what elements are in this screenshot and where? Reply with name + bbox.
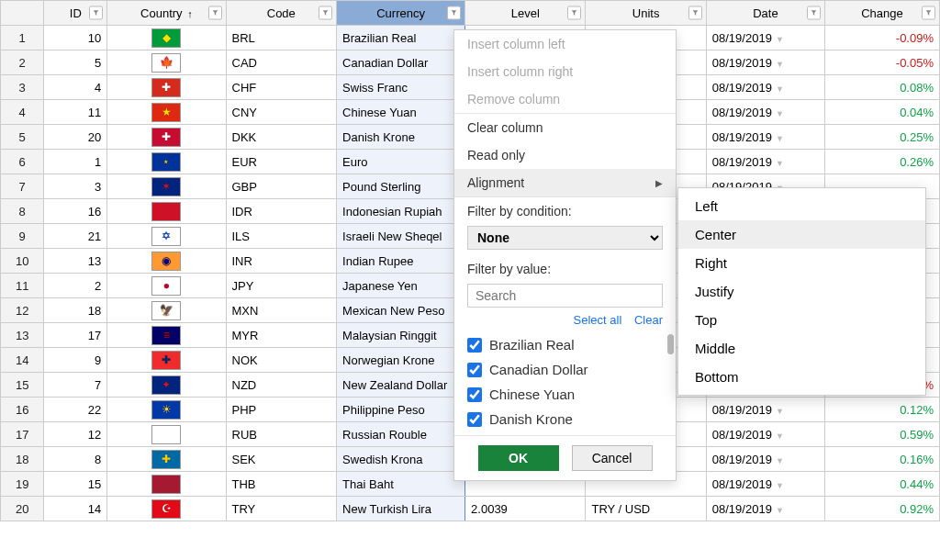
cell-change[interactable]: 0.12% (825, 398, 940, 422)
cell-date[interactable]: 08/19/2019▼ (706, 472, 824, 497)
cell-code[interactable]: RUB (226, 422, 337, 447)
cell-country[interactable]: ✚ (107, 447, 226, 472)
row-number-header[interactable]: 15 (1, 373, 44, 398)
row-number-header[interactable]: 13 (1, 323, 44, 348)
cell-country[interactable]: ◉ (107, 249, 226, 274)
cell-change[interactable]: 0.04% (825, 100, 940, 125)
header-units[interactable]: Units (586, 1, 706, 26)
cell-id[interactable]: 3 (44, 174, 107, 199)
row-number-header[interactable]: 17 (1, 422, 44, 447)
row-number-header[interactable]: 3 (1, 75, 44, 100)
cell-currency[interactable]: Indian Rupee (337, 249, 465, 274)
cell-currency[interactable]: Russian Rouble (337, 422, 465, 447)
cell-country[interactable]: ✡ (107, 224, 226, 249)
row-number-header[interactable]: 8 (1, 199, 44, 224)
cell-currency[interactable]: Euro (337, 150, 465, 174)
row-number-header[interactable]: 6 (1, 150, 44, 174)
cell-currency[interactable]: Swedish Krona (337, 447, 465, 472)
filter-value-option[interactable]: Brazilian Real (467, 332, 663, 357)
row-number-header[interactable]: 20 (1, 497, 44, 521)
cell-date[interactable]: 08/19/2019▼ (706, 447, 824, 472)
cell-id[interactable]: 10 (44, 26, 107, 50)
submenu-item-middle[interactable]: Middle (678, 334, 925, 363)
filter-value-option[interactable]: Danish Krone (467, 407, 663, 431)
cell-code[interactable]: SEK (226, 447, 337, 472)
cell-country[interactable]: ★ (107, 100, 226, 125)
cell-change[interactable]: 0.25% (825, 125, 940, 150)
scrollbar-thumb[interactable] (667, 334, 674, 354)
clear-link[interactable]: Clear (634, 313, 663, 327)
header-code[interactable]: Code (226, 1, 337, 26)
cell-id[interactable]: 11 (44, 100, 107, 125)
row-number-header[interactable]: 5 (1, 125, 44, 150)
cell-id[interactable]: 22 (44, 398, 107, 422)
row-number-header[interactable]: 1 (1, 26, 44, 50)
filter-icon[interactable] (807, 6, 821, 20)
cell-code[interactable]: INR (226, 249, 337, 274)
cell-date[interactable]: 08/19/2019▼ (706, 100, 824, 125)
filter-icon[interactable] (89, 6, 103, 20)
cell-code[interactable]: DKK (226, 125, 337, 150)
row-number-header[interactable]: 7 (1, 174, 44, 199)
cell-currency[interactable]: New Turkish Lira (337, 497, 465, 521)
cell-code[interactable]: PHP (226, 398, 337, 422)
cell-code[interactable]: ILS (226, 224, 337, 249)
filter-condition-select[interactable]: None (467, 226, 663, 250)
cell-currency[interactable]: Malaysian Ringgit (337, 323, 465, 348)
cell-currency[interactable]: Swiss Franc (337, 75, 465, 100)
cell-currency[interactable]: Indonesian Rupiah (337, 199, 465, 224)
filter-icon[interactable] (922, 6, 935, 20)
cell-code[interactable]: EUR (226, 150, 337, 174)
submenu-item-left[interactable]: Left (678, 192, 925, 220)
cell-currency[interactable]: New Zealand Dollar (337, 373, 465, 398)
cell-level[interactable]: 2.0039 (465, 497, 586, 521)
cell-change[interactable]: 0.92% (825, 497, 940, 521)
cell-id[interactable]: 18 (44, 298, 107, 323)
cell-id[interactable]: 12 (44, 422, 107, 447)
cancel-button[interactable]: Cancel (572, 445, 653, 471)
cell-code[interactable]: GBP (226, 174, 337, 199)
cell-date[interactable]: 08/19/2019▼ (706, 497, 824, 521)
cell-change[interactable]: 0.44% (825, 472, 940, 497)
header-currency[interactable]: Currency (337, 1, 465, 26)
cell-id[interactable]: 13 (44, 249, 107, 274)
row-number-header[interactable]: 19 (1, 472, 44, 497)
cell-currency[interactable]: Brazilian Real (337, 26, 465, 50)
cell-currency[interactable]: Danish Krone (337, 125, 465, 150)
cell-id[interactable]: 9 (44, 348, 107, 373)
cell-currency[interactable]: Canadian Dollar (337, 50, 465, 75)
cell-currency[interactable]: Mexican New Peso (337, 298, 465, 323)
cell-country[interactable] (107, 422, 226, 447)
header-level[interactable]: Level (465, 1, 586, 26)
row-number-header[interactable]: 12 (1, 298, 44, 323)
header-date[interactable]: Date (706, 1, 824, 26)
submenu-item-bottom[interactable]: Bottom (678, 363, 925, 391)
cell-code[interactable]: THB (226, 472, 337, 497)
cell-id[interactable]: 15 (44, 472, 107, 497)
cell-currency[interactable]: Thai Baht (337, 472, 465, 497)
cell-country[interactable]: ≡ (107, 323, 226, 348)
cell-date[interactable]: 08/19/2019▼ (706, 26, 824, 50)
cell-country[interactable]: 🦅 (107, 298, 226, 323)
row-number-header[interactable]: 11 (1, 274, 44, 298)
row-number-header[interactable]: 9 (1, 224, 44, 249)
filter-icon[interactable] (567, 6, 581, 20)
ok-button[interactable]: OK (478, 445, 559, 471)
cell-currency[interactable]: Chinese Yuan (337, 100, 465, 125)
cell-id[interactable]: 20 (44, 125, 107, 150)
filter-icon[interactable] (208, 6, 222, 20)
submenu-item-center[interactable]: Center (678, 220, 925, 249)
cell-currency[interactable]: Japanese Yen (337, 274, 465, 298)
filter-value-checkbox[interactable] (467, 412, 482, 427)
cell-code[interactable]: JPY (226, 274, 337, 298)
cell-change[interactable]: 0.16% (825, 447, 940, 472)
cell-country[interactable]: ● (107, 274, 226, 298)
menu-item-alignment[interactable]: Alignment ▶ (454, 169, 676, 196)
cell-code[interactable]: CHF (226, 75, 337, 100)
row-number-header[interactable]: 4 (1, 100, 44, 125)
filter-value-checkbox[interactable] (467, 338, 482, 353)
filter-value-checkbox[interactable] (467, 363, 482, 377)
cell-code[interactable]: BRL (226, 26, 337, 50)
filter-value-option[interactable]: Canadian Dollar (467, 357, 663, 382)
header-change[interactable]: Change (825, 1, 940, 26)
